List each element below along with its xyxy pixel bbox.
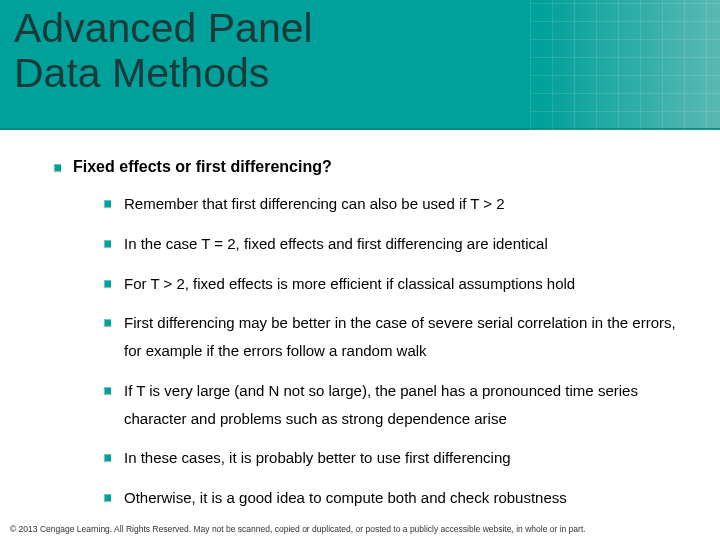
slide-content: Fixed effects or first differencing? Rem…: [0, 130, 720, 512]
bullet-icon: [104, 200, 111, 207]
bullet-icon: [104, 280, 111, 287]
item-text: For T > 2, fixed effects is more efficie…: [124, 270, 575, 298]
list-item: If T is very large (and N not so large),…: [104, 377, 686, 433]
item-text: If T is very large (and N not so large),…: [124, 377, 686, 433]
slide-header: Advanced Panel Data Methods: [0, 0, 720, 130]
list-item: In these cases, it is probably better to…: [104, 444, 686, 472]
item-text: Remember that first differencing can als…: [124, 190, 505, 218]
heading-row: Fixed effects or first differencing?: [54, 158, 686, 176]
list-item: Remember that first differencing can als…: [104, 190, 686, 218]
list-item: For T > 2, fixed effects is more efficie…: [104, 270, 686, 298]
header-decoration: [530, 0, 720, 130]
bullet-icon: [54, 164, 61, 171]
bullet-icon: [104, 319, 111, 326]
section-heading: Fixed effects or first differencing?: [73, 158, 332, 176]
bullet-list: Remember that first differencing can als…: [54, 190, 686, 512]
list-item: First differencing may be better in the …: [104, 309, 686, 365]
title-line-1: Advanced Panel: [14, 5, 313, 51]
bullet-icon: [104, 387, 111, 394]
slide-title: Advanced Panel Data Methods: [14, 6, 313, 96]
list-item: In the case T = 2, fixed effects and fir…: [104, 230, 686, 258]
bullet-icon: [104, 454, 111, 461]
bullet-icon: [104, 494, 111, 501]
item-text: In these cases, it is probably better to…: [124, 444, 511, 472]
bullet-icon: [104, 240, 111, 247]
item-text: Otherwise, it is a good idea to compute …: [124, 484, 567, 512]
copyright-footer: © 2013 Cengage Learning. All Rights Rese…: [10, 524, 710, 534]
title-line-2: Data Methods: [14, 50, 269, 96]
item-text: In the case T = 2, fixed effects and fir…: [124, 230, 548, 258]
item-text: First differencing may be better in the …: [124, 309, 686, 365]
list-item: Otherwise, it is a good idea to compute …: [104, 484, 686, 512]
